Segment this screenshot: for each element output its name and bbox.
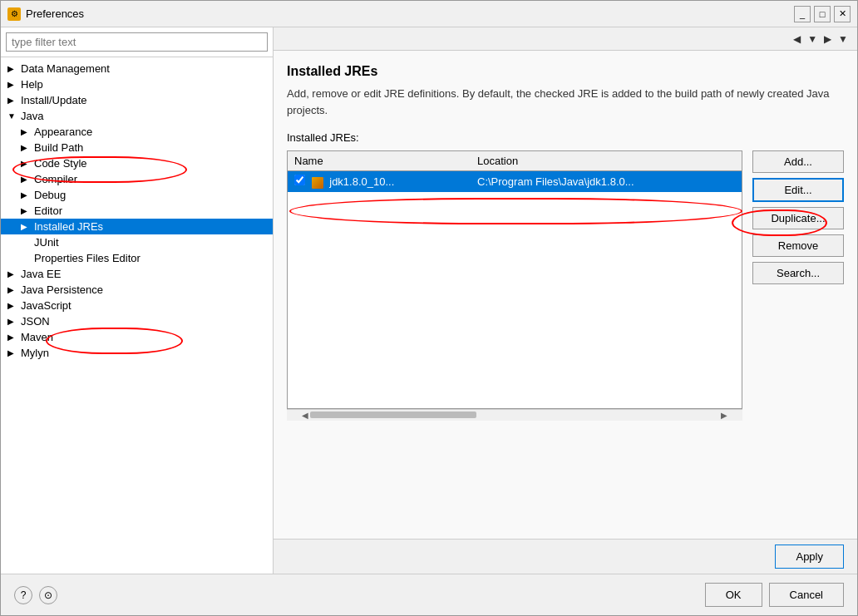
horizontal-scrollbar[interactable]: ◀ ▶ — [287, 409, 742, 421]
forward-button[interactable]: ▶ — [821, 32, 834, 46]
sidebar-item-label: JUnit — [34, 236, 59, 249]
right-panel: ◀ ▼ ▶ ▼ Installed JREs Add, remove or ed… — [274, 27, 857, 574]
arrow-icon: ▶ — [21, 206, 31, 215]
arrow-icon: ▶ — [7, 301, 17, 310]
sidebar-item-label: Compiler — [34, 173, 77, 185]
window-controls: _ □ ✕ — [794, 6, 851, 22]
nav-arrows: ◀ ▼ ▶ ▼ — [791, 32, 851, 46]
content-description: Add, remove or edit JRE definitions. By … — [287, 86, 844, 118]
bottom-right: OK Cancel — [705, 583, 844, 607]
sidebar-item-label: Data Management — [21, 62, 110, 75]
arrow-icon: ▶ — [7, 285, 17, 294]
search-button[interactable]: Search... — [752, 262, 844, 284]
sidebar-item-maven[interactable]: ▶ Maven — [1, 329, 273, 345]
col-name-header[interactable]: Name — [288, 151, 471, 171]
sidebar-item-label: Editor — [34, 205, 62, 217]
window-title: Preferences — [26, 7, 794, 20]
sidebar-item-label: Debug — [34, 189, 66, 201]
maximize-button[interactable]: □ — [814, 6, 831, 22]
ok-button[interactable]: OK — [705, 583, 762, 607]
scroll-right-arrow[interactable]: ▶ — [719, 411, 729, 420]
arrow-icon: ▶ — [21, 127, 31, 136]
apply-row: Apply — [274, 539, 857, 574]
sidebar-item-label: Mylyn — [21, 347, 49, 359]
sidebar-item-properties-files-editor[interactable]: ▶ Properties Files Editor — [1, 250, 273, 266]
forward-dropdown-button[interactable]: ▼ — [836, 32, 851, 46]
sidebar-item-java[interactable]: ▼ Java — [1, 108, 273, 124]
sidebar-item-mylyn[interactable]: ▶ Mylyn — [1, 345, 273, 361]
back-button[interactable]: ◀ — [791, 32, 803, 46]
sidebar-item-label: Installed JREs — [34, 220, 103, 233]
arrow-icon: ▶ — [7, 317, 17, 326]
sidebar-item-label: Appearance — [34, 126, 92, 138]
arrow-icon: ▼ — [7, 111, 17, 121]
arrow-icon: ▶ — [7, 80, 17, 89]
arrow-icon: ▶ — [21, 190, 31, 200]
table-row[interactable]: jdk1.8.0_10... C:\Program Files\Java\jdk… — [288, 171, 742, 192]
sidebar-item-data-management[interactable]: ▶ Data Management — [1, 61, 273, 76]
jre-table-container: Name Location — [287, 150, 742, 421]
sidebar-item-help[interactable]: ▶ Help — [1, 76, 273, 92]
remove-button[interactable]: Remove — [752, 234, 844, 257]
jre-location: C:\Program Files\Java\jdk1.8.0... — [477, 175, 634, 188]
sidebar-item-junit[interactable]: ▶ JUnit — [1, 234, 273, 250]
jre-table: Name Location — [288, 151, 742, 408]
sidebar-item-label: Install/Update — [21, 94, 87, 106]
sidebar-item-label: Help — [21, 78, 43, 91]
sidebar-item-javascript[interactable]: ▶ JavaScript — [1, 298, 273, 313]
arrow-icon: ▶ — [21, 159, 31, 168]
sidebar-item-java-ee[interactable]: ▶ Java EE — [1, 266, 273, 282]
side-buttons: Add... Edit... Duplicate... Remove Searc… — [752, 150, 844, 284]
sidebar-item-label: Maven — [21, 331, 53, 343]
arrow-icon: ▶ — [21, 175, 31, 184]
info-button[interactable]: ⊙ — [39, 586, 57, 604]
apply-button[interactable]: Apply — [775, 545, 844, 569]
edit-button[interactable]: Edit... — [752, 178, 844, 202]
sidebar-item-compiler[interactable]: ▶ Compiler — [1, 171, 273, 187]
title-bar: ⚙ Preferences _ □ ✕ — [1, 1, 857, 27]
window-icon: ⚙ — [7, 7, 21, 21]
content-area: Installed JREs Add, remove or edit JRE d… — [274, 51, 857, 539]
arrow-icon: ▶ — [7, 269, 17, 278]
sidebar-item-label: Java — [21, 110, 43, 122]
tree-area: ▶ Data Management ▶ Help ▶ Install/Updat… — [1, 57, 273, 574]
jre-checkbox[interactable] — [294, 175, 305, 185]
add-button[interactable]: Add... — [752, 150, 844, 173]
sidebar-item-build-path[interactable]: ▶ Build Path — [1, 140, 273, 155]
arrow-icon: ▶ — [7, 348, 17, 357]
sidebar-item-label: Java Persistence — [21, 283, 103, 296]
scrollbar-thumb[interactable] — [310, 411, 476, 418]
sidebar-item-code-style[interactable]: ▶ Code Style — [1, 155, 273, 171]
sidebar-item-debug[interactable]: ▶ Debug — [1, 187, 273, 203]
sidebar-item-label: Java EE — [21, 268, 61, 280]
jre-location-cell: C:\Program Files\Java\jdk1.8.0... — [471, 171, 742, 192]
jre-area: Name Location — [287, 150, 844, 421]
sidebar-item-appearance[interactable]: ▶ Appearance — [1, 124, 273, 140]
sidebar-item-json[interactable]: ▶ JSON — [1, 313, 273, 329]
jre-name: jdk1.8.0_10... — [329, 175, 394, 188]
section-label: Installed JREs: — [287, 131, 844, 144]
sidebar-item-installed-jres[interactable]: ▶ Installed JREs — [1, 219, 273, 234]
sidebar-item-label: Properties Files Editor — [34, 252, 141, 264]
scroll-left-arrow[interactable]: ◀ — [300, 411, 310, 420]
col-location-header[interactable]: Location — [471, 151, 742, 171]
sidebar-item-label: JSON — [21, 315, 50, 328]
arrow-icon: ▶ — [21, 143, 31, 152]
help-button[interactable]: ? — [14, 586, 32, 604]
cancel-button[interactable]: Cancel — [769, 583, 844, 607]
filter-box — [1, 27, 273, 57]
sidebar-item-label: JavaScript — [21, 299, 72, 312]
arrow-icon: ▶ — [21, 222, 31, 231]
back-dropdown-button[interactable]: ▼ — [805, 32, 820, 46]
sidebar-item-java-persistence[interactable]: ▶ Java Persistence — [1, 282, 273, 298]
table-empty-row — [288, 192, 742, 408]
jre-name-cell: jdk1.8.0_10... — [288, 171, 471, 192]
minimize-button[interactable]: _ — [794, 6, 811, 22]
sidebar-item-label: Build Path — [34, 141, 83, 154]
search-input[interactable] — [6, 32, 268, 52]
left-panel: ▶ Data Management ▶ Help ▶ Install/Updat… — [1, 27, 274, 574]
duplicate-button[interactable]: Duplicate... — [752, 207, 844, 229]
close-button[interactable]: ✕ — [834, 6, 851, 22]
sidebar-item-editor[interactable]: ▶ Editor — [1, 203, 273, 219]
sidebar-item-install-update[interactable]: ▶ Install/Update — [1, 92, 273, 108]
